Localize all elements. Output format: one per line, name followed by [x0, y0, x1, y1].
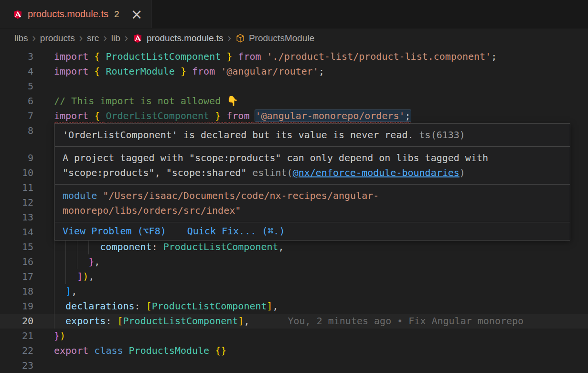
breadcrumb-separator: › — [120, 33, 132, 44]
code-line-16[interactable]: 16}, — [0, 254, 588, 269]
hover-text: ) — [460, 167, 465, 178]
token-cmt: // This import is not allowed — [54, 95, 226, 107]
line-number[interactable]: 10 — [0, 165, 33, 180]
code-line-17[interactable]: 17]), — [0, 269, 588, 284]
token-kw: from — [226, 110, 255, 121]
code-line-21[interactable]: 21}) — [0, 329, 588, 343]
token-b1: { — [94, 110, 106, 121]
code-text: ]), — [54, 269, 588, 284]
line-number[interactable]: 9 — [0, 151, 33, 165]
token-pun: : — [152, 241, 163, 252]
code-text: // This import is not allowed 👇 — [54, 94, 588, 109]
code-text: declarations: [ProductListComponent], — [54, 299, 588, 314]
quick-fix-action[interactable]: Quick Fix... (⌘.) — [187, 224, 285, 239]
breadcrumb-separator: › — [99, 33, 111, 44]
hover-diagnostic-message: 'OrderListComponent' is declared but its… — [55, 124, 570, 146]
code-line-20[interactable]: 20exports: [ProductListComponent],You, 2… — [0, 314, 588, 329]
line-number[interactable]: 4 — [0, 64, 33, 79]
code-text: import { RouterModule } from '@angular/r… — [54, 64, 588, 79]
code-line-6[interactable]: 6// This import is not allowed 👇 — [0, 94, 588, 109]
close-tab-icon[interactable]: × — [131, 7, 143, 22]
hover-diagnostic-message: A project tagged with "scope:products" c… — [55, 146, 570, 184]
code-line-7[interactable]: 7import { OrderListComponent } from '@an… — [0, 109, 588, 123]
symbol-class-icon — [235, 33, 245, 43]
breadcrumb-label: src — [87, 33, 99, 44]
indent-guide — [65, 240, 77, 254]
token-b1: ] — [267, 300, 273, 312]
token-pun: , — [71, 285, 77, 297]
line-number[interactable]: 8 — [0, 123, 33, 138]
code-line-3[interactable]: 3import { ProductListComponent } from '.… — [0, 49, 588, 64]
indent-guide — [54, 269, 65, 284]
breadcrumb-item-products[interactable]: products — [40, 33, 75, 44]
code-line-19[interactable]: 19declarations: [ProductListComponent], — [0, 299, 588, 314]
token-pun: , — [244, 315, 249, 327]
line-number[interactable]: 7 — [0, 109, 33, 123]
line-number[interactable]: 18 — [0, 284, 33, 299]
line-number[interactable]: 5 — [0, 79, 33, 94]
error-squiggle-range: import { OrderListComponent } from '@ang… — [54, 110, 411, 121]
eslint-rule-link[interactable]: @nx/enforce-module-boundaries — [293, 167, 460, 178]
token-pun: ; — [319, 66, 324, 77]
token-kw2: class — [94, 345, 128, 356]
line-number[interactable]: 23 — [0, 358, 33, 373]
code-text: export class ProductsModule {} — [54, 343, 588, 358]
code-line-22[interactable]: 22export class ProductsModule {} — [0, 343, 588, 358]
breadcrumb-item-lib[interactable]: lib — [111, 33, 120, 44]
editor-tab-products-module[interactable]: products.module.ts 2 × — [0, 0, 152, 28]
code-line-4[interactable]: 4import { RouterModule } from '@angular/… — [0, 64, 588, 79]
token-pun: : — [106, 315, 117, 327]
code-line-23[interactable]: 23 — [0, 358, 588, 373]
line-number[interactable]: 16 — [0, 254, 33, 269]
line-number[interactable]: 13 — [0, 210, 33, 225]
hover-text: module — [63, 190, 103, 201]
breadcrumb-label: ProductsModule — [249, 33, 314, 44]
line-number[interactable]: 22 — [0, 343, 33, 358]
token-cls: ProductListComponent — [106, 51, 221, 62]
token-pun: ; — [491, 51, 497, 62]
hover-sections: 'OrderListComponent' is declared but its… — [55, 124, 570, 222]
code-text — [54, 358, 588, 373]
token-b1: ] — [238, 315, 244, 327]
breadcrumb-separator: › — [28, 33, 40, 44]
view-problem-action[interactable]: View Problem (⌥F8) — [63, 224, 166, 239]
token-b1: } — [209, 110, 226, 121]
line-number[interactable]: 6 — [0, 94, 33, 109]
line-number[interactable]: 15 — [0, 240, 33, 254]
code-line-5[interactable]: 5 — [0, 79, 588, 94]
token-b1: { — [94, 66, 106, 77]
code-line-18[interactable]: 18], — [0, 284, 588, 299]
breadcrumb-separator: › — [224, 33, 235, 44]
token-b1: { — [94, 51, 106, 62]
breadcrumb-separator: › — [75, 33, 87, 44]
hover-text: ts(6133) — [414, 129, 465, 141]
indent-guide — [88, 240, 100, 254]
code-text: import { OrderListComponent } from '@ang… — [54, 109, 588, 123]
line-number[interactable]: 12 — [0, 195, 33, 210]
line-number[interactable]: 21 — [0, 329, 33, 343]
code-line-15[interactable]: 15component: ProductListComponent, — [0, 240, 588, 254]
token-prop: exports — [65, 315, 106, 327]
code-text: import { ProductListComponent } from './… — [54, 49, 588, 64]
hover-highlight-range: '@angular-monorepo/orders'; — [255, 110, 410, 121]
token-prop: component — [100, 241, 151, 252]
token-cls: ProductListComponent — [152, 300, 267, 312]
line-number[interactable]: 20 — [0, 314, 33, 329]
hover-text: 'OrderListComponent' is declared but its… — [63, 129, 414, 141]
token-kw: import — [54, 110, 94, 121]
indent-guide — [54, 240, 65, 254]
breadcrumb-item-libs[interactable]: libs — [14, 33, 28, 44]
indent-guide — [54, 314, 65, 329]
line-number[interactable]: 3 — [0, 49, 33, 64]
indent-guide — [54, 284, 65, 299]
line-number[interactable]: 14 — [0, 225, 33, 240]
breadcrumb-item-products-module-ts[interactable]: products.module.ts — [132, 33, 224, 44]
line-number[interactable]: 19 — [0, 299, 33, 314]
breadcrumb-item-productsmodule[interactable]: ProductsModule — [235, 33, 314, 44]
line-number[interactable]: 11 — [0, 180, 33, 195]
token-kw: from — [232, 51, 267, 62]
code-text: }) — [54, 329, 588, 343]
line-number[interactable]: 17 — [0, 269, 33, 284]
code-text: component: ProductListComponent, — [54, 240, 588, 254]
breadcrumb-item-src[interactable]: src — [87, 33, 99, 44]
